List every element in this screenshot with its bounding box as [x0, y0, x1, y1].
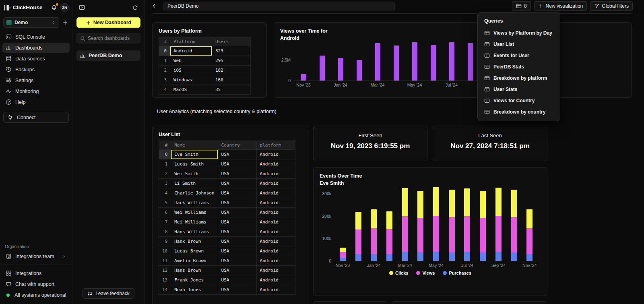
- country-cell[interactable]: USA: [218, 188, 256, 198]
- table-row[interactable]: 4 Charlie Johnson USA Android: [159, 188, 295, 198]
- name-cell[interactable]: Charlie Johnson: [171, 188, 218, 198]
- legend-item[interactable]: Clicks: [389, 271, 408, 275]
- table-row[interactable]: 14 Noah Jones USA Android: [159, 285, 295, 295]
- queries-menu-item[interactable]: Breakdown by platform: [478, 72, 560, 84]
- row-index-cell[interactable]: 0: [159, 46, 170, 56]
- queries-menu-item[interactable]: Views by Platform by Day: [478, 27, 560, 39]
- row-index-cell[interactable]: 4: [159, 85, 170, 95]
- country-cell[interactable]: USA: [218, 159, 256, 169]
- table-row[interactable]: 0 Android 323: [159, 46, 251, 56]
- name-cell[interactable]: Lucas Smith: [171, 159, 218, 169]
- platform-cell[interactable]: Android: [256, 266, 295, 275]
- chart-bar[interactable]: [357, 60, 362, 81]
- platform-cell[interactable]: MacOS: [170, 85, 212, 95]
- country-cell[interactable]: USA: [218, 256, 256, 266]
- platform-cell[interactable]: Android: [256, 198, 295, 208]
- new-visualization-button[interactable]: New visualization: [534, 1, 587, 11]
- queries-menu-item[interactable]: Views for Country: [478, 95, 560, 106]
- row-index-cell[interactable]: 5: [159, 198, 171, 208]
- dashboard-title-input[interactable]: [163, 2, 395, 10]
- row-index-cell[interactable]: 8: [159, 227, 171, 237]
- sidebar-item-integrations-team[interactable]: Integrations team: [2, 251, 70, 261]
- name-cell[interactable]: Jack Williams: [171, 198, 218, 208]
- country-cell[interactable]: USA: [218, 179, 256, 188]
- table-row[interactable]: 6 Wei Williams USA Android: [159, 208, 295, 217]
- row-index-cell[interactable]: 0: [159, 150, 171, 159]
- country-cell[interactable]: USA: [218, 227, 256, 237]
- table-row[interactable]: 3 Windows 160: [159, 75, 251, 85]
- collapse-sidebar-button[interactable]: [78, 4, 86, 11]
- row-index-cell[interactable]: 6: [159, 208, 171, 217]
- name-cell[interactable]: Hans Williams: [171, 227, 218, 237]
- chart-bar[interactable]: [375, 43, 380, 81]
- sidebar-item-data-sources[interactable]: Data sources: [2, 54, 70, 64]
- name-cell[interactable]: Li Smith: [171, 179, 218, 188]
- platform-cell[interactable]: Android: [256, 169, 295, 179]
- sidebar-item-dashboards[interactable]: Dashboards: [2, 43, 70, 53]
- country-cell[interactable]: USA: [218, 275, 256, 285]
- users-cell[interactable]: 323: [212, 46, 251, 56]
- row-index-cell[interactable]: 4: [159, 188, 171, 198]
- service-selector[interactable]: Demo: [3, 17, 59, 28]
- platform-cell[interactable]: Android: [256, 150, 295, 159]
- sidebar-item-help[interactable]: Help: [2, 97, 70, 107]
- platform-cell[interactable]: Android: [256, 227, 295, 237]
- table-row[interactable]: 2 Wei Smith USA Android: [159, 169, 295, 179]
- chart-bar[interactable]: [526, 209, 533, 261]
- platform-cell[interactable]: Android: [256, 208, 295, 217]
- refresh-button[interactable]: [132, 4, 139, 11]
- row-index-cell[interactable]: 3: [159, 179, 171, 188]
- platform-cell[interactable]: Android: [170, 46, 212, 56]
- users-cell[interactable]: 35: [212, 85, 251, 95]
- chart-bar[interactable]: [449, 42, 454, 81]
- platform-cell[interactable]: Web: [170, 56, 212, 66]
- row-index-cell[interactable]: 7: [159, 217, 171, 227]
- table-row[interactable]: 9 Hank Brown USA Android: [159, 237, 295, 246]
- name-cell[interactable]: Lucas Brown: [171, 246, 218, 256]
- platform-cell[interactable]: Android: [256, 237, 295, 246]
- chart-bar[interactable]: [320, 56, 325, 81]
- sidebar-item-integrations[interactable]: Integrations: [2, 268, 70, 278]
- name-cell[interactable]: Eve Smith: [171, 150, 218, 159]
- table-row[interactable]: 1 Lucas Smith USA Android: [159, 159, 295, 169]
- row-index-cell[interactable]: 2: [159, 66, 170, 75]
- chart-bar[interactable]: [468, 43, 473, 81]
- table-row[interactable]: 5 Jack Williams USA Android: [159, 198, 295, 208]
- dashboard-list-item[interactable]: PeerDB Demo: [76, 50, 140, 61]
- country-cell[interactable]: USA: [218, 285, 256, 295]
- row-index-cell[interactable]: 1: [159, 56, 170, 66]
- legend-item[interactable]: Views: [416, 271, 435, 275]
- row-index-cell[interactable]: 12: [159, 266, 171, 275]
- row-index-cell[interactable]: 14: [159, 285, 171, 295]
- name-cell[interactable]: Frank Jones: [171, 275, 218, 285]
- chart-bar[interactable]: [480, 191, 486, 261]
- country-cell[interactable]: USA: [218, 169, 256, 179]
- chart-bar[interactable]: [386, 211, 392, 261]
- row-index-cell[interactable]: 11: [159, 256, 171, 266]
- queries-menu-item[interactable]: User List: [478, 39, 560, 50]
- country-cell[interactable]: USA: [218, 217, 256, 227]
- queries-menu-item[interactable]: Events for User: [478, 50, 560, 61]
- country-cell[interactable]: USA: [218, 150, 256, 159]
- row-index-cell[interactable]: 1: [159, 159, 171, 169]
- sidebar-item-settings[interactable]: Settings: [2, 75, 70, 85]
- table-row[interactable]: 4 MacOS 35: [159, 85, 251, 95]
- table-row[interactable]: 8 Hans Williams USA Android: [159, 227, 295, 237]
- row-index-cell[interactable]: 2: [159, 169, 171, 179]
- sidebar-item-chat-support[interactable]: Chat with support: [2, 279, 70, 289]
- country-cell[interactable]: USA: [218, 237, 256, 246]
- name-cell[interactable]: Hans Brown: [171, 266, 218, 275]
- search-input[interactable]: [88, 35, 132, 41]
- queries-button[interactable]: 8: [512, 1, 531, 11]
- table-row[interactable]: 12 Hans Brown USA Android: [159, 266, 295, 275]
- country-cell[interactable]: USA: [218, 266, 256, 275]
- queries-menu-item[interactable]: User Stats: [478, 84, 560, 95]
- users-cell[interactable]: 295: [212, 56, 251, 66]
- table-row[interactable]: 13 Frank Jones USA Android: [159, 275, 295, 285]
- table-row[interactable]: 1 Web 295: [159, 56, 251, 66]
- system-status-link[interactable]: All systems operational: [2, 290, 70, 300]
- chart-bar[interactable]: [431, 45, 436, 81]
- country-cell[interactable]: USA: [218, 198, 256, 208]
- sidebar-item-backups[interactable]: Backups: [2, 64, 70, 74]
- table-row[interactable]: 11 Amelia Brown USA Android: [159, 256, 295, 266]
